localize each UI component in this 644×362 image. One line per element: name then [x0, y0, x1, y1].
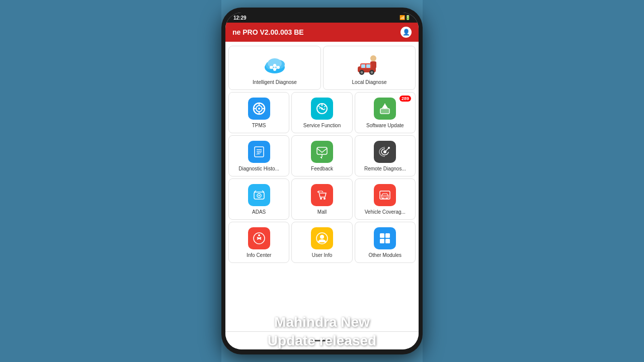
- feedback-label: Feedback: [311, 166, 333, 172]
- diagnostic-history-label: Diagnostic Histo...: [238, 166, 279, 172]
- svg-rect-43: [317, 147, 327, 154]
- svg-rect-69: [380, 239, 384, 243]
- svg-point-48: [388, 147, 390, 149]
- info-center-label: Info Center: [247, 252, 271, 258]
- user-info-icon: [311, 227, 333, 249]
- mall-icon: [311, 184, 333, 206]
- remote-diagnose-icon: [374, 141, 396, 163]
- local-diagnose-tile[interactable]: Local Diagnose: [323, 46, 416, 90]
- adas-icon: [248, 184, 270, 206]
- nav-dot-2: [342, 339, 346, 343]
- svg-point-51: [258, 195, 260, 197]
- software-update-tile[interactable]: 289 Software Update: [355, 92, 416, 133]
- tpms-label: TPMS: [252, 123, 266, 129]
- svg-point-59: [386, 198, 388, 199]
- service-function-tile[interactable]: Service Function: [291, 92, 352, 133]
- tpms-icon: [248, 98, 270, 120]
- nav-dot-1: [298, 339, 302, 343]
- mall-tile[interactable]: Mall: [291, 178, 352, 220]
- user-info-label: User Info: [312, 252, 333, 258]
- vehicle-coverage-tile[interactable]: Vehicle Coverag...: [355, 178, 416, 220]
- other-modules-tile[interactable]: Other Modules: [355, 222, 416, 263]
- bg-left-panel: [0, 0, 221, 362]
- svg-point-64: [258, 234, 260, 236]
- remote-diagnose-label: Remote Diagnos...: [364, 166, 406, 172]
- user-info-tile[interactable]: User Info: [291, 222, 352, 263]
- svg-point-54: [320, 198, 322, 200]
- grid-area: Intelligent Diagnose: [225, 42, 419, 331]
- diagnostic-history-icon: [248, 141, 270, 163]
- svg-marker-45: [320, 157, 322, 159]
- svg-line-33: [324, 106, 326, 107]
- info-center-icon: [248, 227, 270, 249]
- other-modules-icon: [374, 227, 396, 249]
- other-modules-label: Other Modules: [369, 252, 402, 258]
- svg-point-55: [324, 198, 326, 200]
- grid-row-1: TPMS: [228, 92, 416, 133]
- phone-screen: 12:29 📶🔋 ne PRO V2.00.003 BE: [225, 13, 419, 349]
- svg-rect-18: [366, 64, 370, 68]
- vehicle-coverage-label: Vehicle Coverag...: [365, 209, 406, 215]
- svg-point-25: [258, 108, 260, 110]
- service-function-label: Service Function: [303, 123, 341, 129]
- top-row: Intelligent Diagnose: [228, 46, 416, 90]
- app-header: ne PRO V2.00.003 BE: [225, 23, 419, 42]
- vehicle-coverage-icon: [374, 184, 396, 206]
- svg-point-13: [370, 55, 376, 61]
- tpms-tile[interactable]: TPMS: [228, 92, 289, 133]
- intelligent-diagnose-label: Intelligent Diagnose: [253, 79, 297, 85]
- svg-rect-70: [385, 239, 390, 243]
- software-update-label: Software Update: [366, 123, 404, 129]
- service-function-icon: [311, 98, 333, 120]
- svg-point-31: [321, 108, 323, 110]
- svg-point-66: [320, 235, 324, 239]
- bg-right-panel: [423, 0, 644, 362]
- grid-row-2: Diagnostic Histo... Feedback: [228, 135, 416, 176]
- svg-line-34: [318, 106, 320, 107]
- grid-row-4: Info Center User Info: [228, 222, 416, 263]
- svg-rect-17: [361, 64, 365, 68]
- phone-frame: 12:29 📶🔋 ne PRO V2.00.003 BE: [221, 8, 423, 354]
- svg-point-20: [361, 71, 363, 74]
- diagnostic-history-tile[interactable]: Diagnostic Histo...: [228, 135, 289, 176]
- software-update-badge: 289: [399, 96, 411, 102]
- status-time: 12:29: [233, 15, 247, 21]
- app-title: ne PRO V2.00.003 BE: [232, 28, 304, 36]
- adas-tile[interactable]: ADAS: [228, 178, 289, 220]
- status-icons: 📶🔋: [399, 15, 411, 20]
- feedback-tile[interactable]: Feedback: [291, 135, 352, 176]
- nav-bar: [312, 340, 332, 341]
- mall-label: Mall: [317, 209, 327, 215]
- remote-diagnose-tile[interactable]: Remote Diagnos...: [355, 135, 416, 176]
- software-update-icon: [374, 98, 396, 120]
- local-diagnose-label: Local Diagnose: [352, 79, 387, 85]
- intelligent-diagnose-tile[interactable]: Intelligent Diagnose: [228, 46, 321, 90]
- status-bar: 12:29 📶🔋: [225, 13, 419, 23]
- adas-label: ADAS: [252, 209, 266, 215]
- bottom-nav: [225, 331, 419, 349]
- svg-rect-67: [380, 233, 384, 238]
- user-icon[interactable]: [400, 27, 412, 38]
- local-diagnose-icon: [355, 52, 383, 76]
- svg-point-58: [382, 198, 384, 199]
- phone-wrapper: 12:29 📶🔋 ne PRO V2.00.003 BE: [221, 8, 423, 354]
- intelligent-diagnose-icon: [261, 52, 289, 76]
- info-center-tile[interactable]: Info Center: [228, 222, 289, 263]
- feedback-icon: [311, 141, 333, 163]
- svg-rect-68: [385, 233, 390, 238]
- grid-row-3: ADAS Mall: [228, 178, 416, 220]
- svg-rect-35: [380, 109, 389, 114]
- svg-point-22: [371, 71, 373, 74]
